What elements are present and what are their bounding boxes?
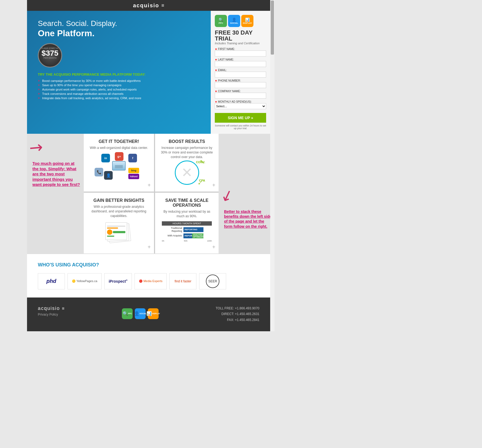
hub-icon — [112, 161, 126, 170]
footer: acquisio ≡ Privacy Policy 🔍 PPC 👤 SOCIAL — [27, 297, 270, 331]
expand-plus-4[interactable]: + — [212, 244, 216, 250]
cpa-label: CPA — [199, 179, 205, 182]
footer-tollfree: TOLL FREE: +1.866.493.9070 — [216, 306, 259, 312]
feature-card-2: BOOST RESULTS Increase campaign performa… — [155, 134, 219, 192]
logo-phd: phd — [38, 273, 65, 289]
first-name-label: ★ FIRST NAME: — [215, 48, 266, 51]
hours-chart: HOURS / MONTH SPENT TraditionalReporting… — [162, 221, 212, 242]
report-stack — [105, 222, 132, 244]
display-icon: 📊 DISPLAY — [241, 15, 253, 27]
expand-plus-1[interactable]: + — [148, 182, 151, 188]
trial-form: 🔍 PPC 👤 SOCIAL 📊 DISPLAY FREE 30 DAY TRI… — [211, 11, 270, 134]
brand-logo[interactable]: acquisio — [133, 2, 159, 9]
hero-left: Search. Social. Display. One Platform. P… — [27, 11, 211, 134]
feature-card-3: GAIN BETTER INSIGHTS With a professional… — [84, 193, 154, 253]
axis-100h: 100h — [207, 240, 212, 242]
feature-1-desc: With a well-organized digital data cente… — [89, 146, 149, 150]
axis-50h: 50h — [184, 240, 187, 242]
ppc-icon: 🔍 PPC — [215, 15, 227, 27]
privacy-policy-link[interactable]: Privacy Policy — [38, 313, 65, 316]
benefit-3: Automate grunt work with campaign rules,… — [38, 87, 203, 92]
navbar: acquisio ≡ — [27, 0, 270, 11]
logos-row: phd 🟡 YellowPages.ca iProspect® 🔴 Media … — [38, 273, 259, 289]
trial-subtitle: Includes Training and Certification — [215, 42, 266, 45]
price-badge: PLANS START AT $375 PER MONTH — [38, 43, 62, 68]
phone-input[interactable] — [215, 82, 266, 88]
bottom-annotation: Better to stack these benefits down the … — [221, 206, 275, 232]
last-name-group: ★ LAST NAME: — [215, 58, 266, 67]
feature-4-title: SAVE TIME & SCALE OPERATIONS — [160, 198, 213, 208]
form-note: Someone will contact you within 24 hours… — [215, 124, 266, 130]
hours-header: HOURS / MONTH SPENT — [162, 221, 212, 226]
monthly-ad-label: ★ MONTHLY AD SPEND(US): — [215, 100, 266, 103]
traditional-reporting-bar: REPORTING — [183, 227, 203, 232]
monthly-ad-group: ★ MONTHLY AD SPEND(US): Select... — [215, 100, 266, 109]
acquisio-reporting-bar: REPORTING — [183, 233, 192, 238]
hero-cta-label: TRY THE ACQUISIO PERFORMANCE MEDIA PLATF… — [38, 72, 203, 76]
sign-up-button[interactable]: SIGN ME UP » — [215, 113, 266, 123]
monthly-ad-select[interactable]: Select... — [215, 103, 266, 109]
footer-direct: DIRECT: +1.450.465.2631 — [216, 311, 259, 317]
phone-icon: 📞 — [95, 168, 103, 176]
last-name-input[interactable] — [215, 61, 266, 67]
logo-seer: SEER — [199, 273, 226, 289]
logo-iprospect: iProspect® — [104, 273, 132, 289]
traditional-bar-wrap: REPORTING — [183, 227, 212, 232]
feature-3-desc: With a professional-grade analytics dash… — [89, 205, 149, 218]
feature-card-4: SAVE TIME & SCALE OPERATIONS By reducing… — [155, 193, 219, 253]
expand-plus-3[interactable]: + — [148, 244, 151, 250]
hours-axis: 0h 50h 100h — [162, 239, 212, 242]
yahoo-icon: Yahoo! — [128, 174, 139, 179]
feature-3-title: GAIN BETTER INSIGHTS — [89, 198, 149, 203]
footer-contact: TOLL FREE: +1.866.493.9070 DIRECT: +1.45… — [216, 306, 259, 323]
expand-plus-2[interactable]: + — [212, 182, 216, 188]
benefit-1: Boost campaign performance by 30% or mor… — [38, 79, 203, 83]
boost-diagram: ✕ ↑ ↓ CONV. CPA — [160, 159, 213, 186]
email-input[interactable] — [215, 72, 266, 78]
person-icon: 👤 — [104, 171, 113, 180]
scrollbar[interactable] — [270, 0, 275, 331]
features-grid: GET IT TOGETHER! With a well-organized d… — [84, 134, 219, 253]
footer-ppc-icon: 🔍 PPC — [122, 308, 133, 319]
logo-yellowpages: 🟡 YellowPages.ca — [68, 273, 102, 289]
hero-benefits-list: Boost campaign performance by 30% or mor… — [38, 79, 203, 100]
features-section-wrapper: ↗ Too much going on at the top. Simplify… — [27, 134, 270, 253]
benefit-2: Save up to 90% of the time you spend man… — [38, 83, 203, 87]
axis-0h: 0h — [162, 240, 164, 242]
footer-fax: FAX: +1.450.465.2841 — [216, 317, 259, 323]
top-annotation: Too much going on at the top. Simplify: … — [30, 158, 84, 190]
phone-group: ★ PHONE NUMBER: — [215, 79, 266, 88]
footer-social-icon: 👤 SOCIAL — [135, 308, 146, 319]
scrollbar-thumb[interactable] — [271, 1, 274, 55]
pink-arrow-2-icon: ↗ — [219, 186, 236, 207]
whos-using-title: WHO'S USING ACQUISIO? — [38, 262, 259, 268]
first-name-input[interactable] — [215, 51, 266, 56]
logo-finditfaster: find it faster — [169, 273, 196, 289]
feature-card-1: GET IT TOGETHER! With a well-organized d… — [84, 134, 154, 192]
logo-mediaexperts: 🔴 Media Experts — [135, 273, 167, 289]
menu-icon[interactable]: ≡ — [161, 3, 164, 8]
conv-label: CONV. — [196, 161, 205, 164]
footer-product-icons: 🔍 PPC 👤 SOCIAL 📊 DISPLAY — [122, 308, 159, 319]
trial-icons: 🔍 PPC 👤 SOCIAL 📊 DISPLAY — [215, 15, 266, 27]
hours-row-traditional: TraditionalReporting REPORTING — [162, 227, 212, 233]
report-page-front — [105, 222, 127, 240]
linkedin-icon: in — [101, 154, 110, 162]
right-annotation-area: ↗ Better to stack these benefits down th… — [219, 134, 278, 253]
email-label: ★ EMAIL: — [215, 69, 266, 72]
hero-section: Search. Social. Display. One Platform. P… — [27, 11, 270, 134]
company-input[interactable] — [215, 93, 266, 99]
left-annotation-area: ↗ Too much going on at the top. Simplify… — [27, 134, 84, 253]
analytics-diagram — [89, 220, 149, 247]
phone-label: ★ PHONE NUMBER: — [215, 79, 266, 82]
facebook-icon: f — [128, 154, 137, 162]
social-icon: 👤 SOCIAL — [228, 15, 240, 27]
feature-2-desc: Increase campaign performance by 30% or … — [160, 146, 213, 159]
whos-using-section: WHO'S USING ACQUISIO? phd 🟡 YellowPages.… — [27, 253, 270, 297]
hours-row-acquisio: With Acquisio REPORTING ANALYSIS & OPTIM… — [162, 233, 212, 238]
benefit-4: Track conversions and manage attribution… — [38, 92, 203, 96]
feature-4-desc: By reducing your workload by as much as … — [160, 209, 213, 219]
acquisio-label: With Acquisio — [162, 234, 183, 237]
network-diagram: in g+ f 📞 bing — [89, 153, 149, 180]
acquisio-analysis-bar: ANALYSIS & OPTIMIZATION — [192, 233, 203, 238]
